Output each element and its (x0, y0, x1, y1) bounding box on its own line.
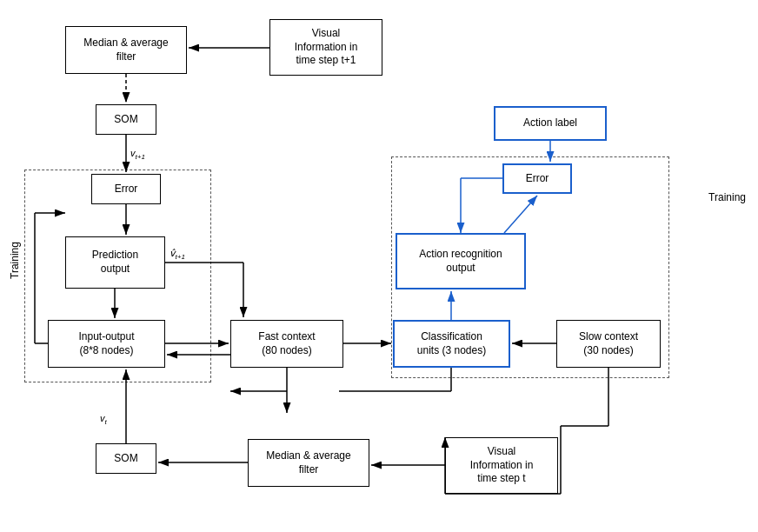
som-bottom: SOM (96, 443, 156, 474)
classification-units: Classificationunits (3 nodes) (393, 320, 510, 368)
median-avg-filter-bottom: Median & averagefilter (248, 439, 369, 487)
svg-text:vt: vt (100, 413, 108, 426)
action-recognition-output: Action recognitionoutput (396, 233, 526, 289)
error-right: Error (502, 163, 572, 194)
prediction-output: Predictionoutput (65, 236, 165, 289)
training-label-left: Training (9, 191, 21, 330)
median-avg-filter-top: Median & averagefilter (65, 26, 187, 74)
training-label-right: Training (708, 191, 746, 203)
slow-context: Slow context(30 nodes) (556, 320, 661, 368)
fast-context: Fast context(80 nodes) (230, 320, 343, 368)
som-top: SOM (96, 104, 156, 135)
visual-info-bottom: VisualInformation intime step t (445, 437, 558, 494)
input-output-nodes: Input-output(8*8 nodes) (48, 320, 165, 368)
error-top: Error (91, 174, 161, 204)
diagram: Training Training Median & averagefilter… (0, 0, 758, 532)
svg-text:vt+1: vt+1 (130, 148, 145, 161)
visual-info-top: VisualInformation intime step t+1 (269, 19, 382, 76)
action-label: Action label (494, 106, 607, 141)
